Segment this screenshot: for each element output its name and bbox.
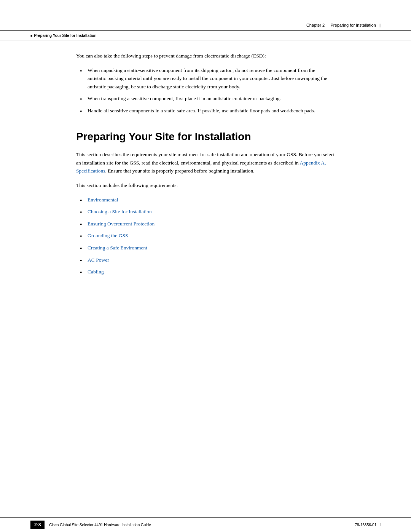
section-paragraph-1: This section describes the requirements … <box>76 150 335 175</box>
list-item: Ensuring Overcurrent Protection <box>76 220 335 228</box>
list-item: Creating a Safe Environment <box>76 244 335 252</box>
section-paragraph-2: This section includes the following requ… <box>76 181 335 190</box>
link-environmental[interactable]: Environmental <box>88 197 118 203</box>
link-ac-power[interactable]: AC Power <box>88 257 109 263</box>
list-item: Environmental <box>76 196 335 204</box>
main-content: You can also take the following steps to… <box>0 40 411 294</box>
list-item: Handle all sensitive components in a sta… <box>76 107 335 115</box>
page-number: 2-8 <box>30 521 45 529</box>
sub-header: Preparing Your Site for Installation <box>0 31 411 40</box>
intro-bullet-list: When unpacking a static-sensitive compon… <box>76 66 335 115</box>
footer-doc-title: Cisco Global Site Selector 4491 Hardware… <box>49 523 151 527</box>
page-header: Chapter 2 Preparing for Installation | <box>0 0 411 31</box>
footer-left: 2-8 Cisco Global Site Selector 4491 Hard… <box>30 521 151 529</box>
list-item: AC Power <box>76 256 335 264</box>
link-grounding-gss[interactable]: Grounding the GSS <box>88 233 128 238</box>
list-item: Choosing a Site for Installation <box>76 208 335 216</box>
footer-doc-number: 78-16356-01 <box>355 523 377 527</box>
list-item: Cabling <box>76 268 335 276</box>
list-item: When transporting a sensitive component,… <box>76 94 335 103</box>
link-creating-safe-env[interactable]: Creating a Safe Environment <box>88 245 147 251</box>
page-footer: 2-8 Cisco Global Site Selector 4491 Hard… <box>0 517 411 532</box>
sub-header-breadcrumb: Preparing Your Site for Installation <box>30 34 381 38</box>
chapter-title: Preparing for Installation <box>331 23 376 27</box>
footer-right: 78-16356-01 <box>355 523 381 527</box>
section-heading: Preparing Your Site for Installation <box>76 130 335 143</box>
link-cabling[interactable]: Cabling <box>88 269 104 275</box>
chapter-header: Chapter 2 Preparing for Installation | <box>306 23 381 27</box>
list-item: When unpacking a static-sensitive compon… <box>76 66 335 91</box>
section-links-list: Environmental Choosing a Site for Instal… <box>76 196 335 276</box>
page: Chapter 2 Preparing for Installation | P… <box>0 0 411 532</box>
list-item: Grounding the GSS <box>76 232 335 240</box>
chapter-label: Chapter 2 <box>306 23 325 27</box>
link-choosing-site[interactable]: Choosing a Site for Installation <box>88 209 152 214</box>
link-ensuring-overcurrent[interactable]: Ensuring Overcurrent Protection <box>88 221 155 227</box>
intro-paragraph: You can also take the following steps to… <box>76 52 335 60</box>
